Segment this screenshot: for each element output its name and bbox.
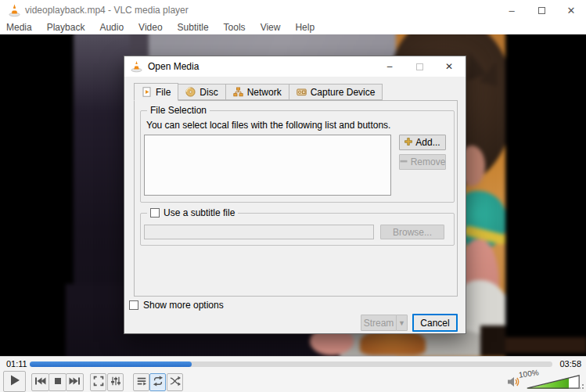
cancel-button-label: Cancel <box>420 318 449 329</box>
tab-capture-device-label: Capture Device <box>311 87 376 98</box>
minimize-button[interactable]: – <box>497 0 527 21</box>
add-button-label: Add... <box>415 137 440 148</box>
fullscreen-icon <box>93 376 104 389</box>
stream-button: Stream <box>361 315 397 331</box>
add-button[interactable]: Add... <box>399 135 446 150</box>
file-icon <box>142 87 152 97</box>
tab-disc-label: Disc <box>200 87 218 98</box>
seek-progress <box>30 361 192 367</box>
file-selection-description: You can select local files with the foll… <box>146 120 390 131</box>
show-more-options-label: Show more options <box>143 300 224 311</box>
maximize-icon <box>416 63 423 70</box>
playlist-button[interactable] <box>133 373 149 391</box>
stream-dropdown-button: ▼ <box>396 315 408 331</box>
open-media-dialog: Open Media – ✕ File <box>124 56 466 334</box>
plus-icon <box>404 137 412 148</box>
close-icon: ✕ <box>445 61 453 72</box>
pillarbox-right <box>505 34 586 356</box>
maximize-button[interactable] <box>527 0 556 21</box>
browse-button-label: Browse... <box>393 227 432 238</box>
file-list[interactable] <box>144 135 391 196</box>
menu-item-tools[interactable]: Tools <box>224 22 253 34</box>
minimize-icon: – <box>387 61 393 72</box>
subtitle-legend: Use a subtitle file <box>147 207 238 218</box>
menu-item-video[interactable]: Video <box>138 22 170 34</box>
subtitle-legend-label: Use a subtitle file <box>164 207 235 218</box>
stop-button[interactable] <box>49 373 67 391</box>
volume-mute-button[interactable] <box>507 376 520 390</box>
dialog-titlebar[interactable]: Open Media – ✕ <box>124 56 466 77</box>
speaker-icon <box>507 379 520 390</box>
seek-bar[interactable] <box>30 361 552 367</box>
tab-capture-device[interactable]: Capture Device <box>289 84 383 100</box>
extended-settings-button[interactable] <box>107 373 124 391</box>
subtitle-group: Use a subtitle file Browse... <box>140 213 455 246</box>
menu-item-subtitle[interactable]: Subtitle <box>178 22 217 34</box>
vlc-cone-icon <box>9 4 20 20</box>
fullscreen-button[interactable] <box>90 373 106 391</box>
close-icon: ✕ <box>567 5 576 16</box>
elapsed-time: 01:11 <box>6 359 27 369</box>
previous-button[interactable] <box>31 373 49 391</box>
network-icon <box>233 87 243 97</box>
menu-item-playback[interactable]: Playback <box>47 22 93 34</box>
next-button[interactable] <box>66 373 84 391</box>
resize-grip[interactable] <box>577 384 584 390</box>
minus-icon <box>400 156 408 167</box>
cancel-button[interactable]: Cancel <box>412 314 458 332</box>
volume-slider-outline <box>527 375 580 389</box>
tab-file[interactable]: File <box>134 83 178 101</box>
show-more-options-checkbox[interactable] <box>129 300 138 310</box>
window-controls: – ✕ <box>497 0 586 21</box>
dialog-maximize-button[interactable] <box>404 56 434 77</box>
remove-button: Remove <box>399 154 446 170</box>
chevron-down-icon: ▼ <box>398 319 405 327</box>
loop-button[interactable] <box>149 373 166 391</box>
dialog-controls: – ✕ <box>375 56 464 77</box>
volume-slider[interactable] <box>527 375 580 389</box>
menu-item-view[interactable]: View <box>261 22 289 34</box>
random-button[interactable] <box>167 373 183 391</box>
dialog-minimize-button[interactable]: – <box>375 56 404 77</box>
stop-icon <box>53 376 63 388</box>
tab-disc[interactable]: Disc <box>178 84 225 100</box>
subtitle-path-input <box>144 225 374 239</box>
dialog-tabbar: File Disc <box>134 83 383 100</box>
stream-button-label: Stream <box>364 318 394 329</box>
browse-button: Browse... <box>380 225 444 239</box>
file-selection-legend: File Selection <box>147 105 210 116</box>
player-panel: 01:11 03:58 <box>0 356 586 392</box>
show-more-options: Show more options <box>129 300 224 311</box>
capture-device-icon <box>297 87 307 97</box>
equalizer-icon <box>110 376 121 389</box>
minimize-icon: – <box>509 5 514 16</box>
next-icon <box>69 376 81 388</box>
menu-bar: Media Playback Audio Video Subtitle Tool… <box>0 21 586 34</box>
vlc-cone-icon <box>131 59 142 75</box>
brown-strip-shape <box>505 337 586 353</box>
file-selection-group: File Selection You can select local file… <box>140 110 455 203</box>
tab-file-label: File <box>156 87 171 98</box>
loop-icon <box>153 376 164 389</box>
use-subtitle-checkbox[interactable] <box>150 208 160 218</box>
window-titlebar: videoplayback.mp4 - VLC media player – ✕ <box>0 0 586 21</box>
previous-icon <box>34 376 46 388</box>
tab-network[interactable]: Network <box>226 84 289 100</box>
play-icon <box>9 374 21 389</box>
menu-item-help[interactable]: Help <box>295 22 322 34</box>
maximize-icon <box>538 7 545 14</box>
disc-icon <box>185 87 196 97</box>
dialog-title: Open Media <box>148 56 199 77</box>
window-title: videoplayback.mp4 - VLC media player <box>25 0 189 21</box>
shuffle-icon <box>170 376 181 389</box>
vlc-window: videoplayback.mp4 - VLC media player – ✕… <box>0 0 586 392</box>
playlist-icon <box>136 376 147 389</box>
dialog-close-button[interactable]: ✕ <box>434 56 464 77</box>
close-button[interactable]: ✕ <box>556 0 586 21</box>
remove-button-label: Remove <box>411 156 446 167</box>
duration-time: 03:58 <box>559 359 581 369</box>
tab-network-label: Network <box>247 87 282 98</box>
play-button[interactable] <box>3 371 26 392</box>
menu-item-audio[interactable]: Audio <box>99 22 131 34</box>
menu-item-media[interactable]: Media <box>6 22 40 34</box>
